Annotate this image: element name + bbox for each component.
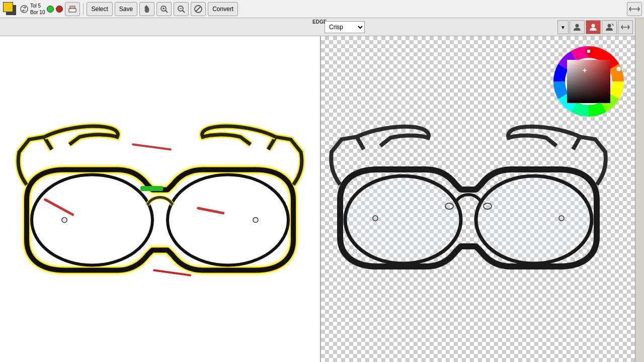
separator1 xyxy=(83,3,84,15)
tol-value: Tol 5 xyxy=(30,3,45,9)
svg-point-42 xyxy=(616,66,621,71)
svg-line-25 xyxy=(133,144,171,149)
svg-point-14 xyxy=(608,24,611,28)
scrollbar[interactable] xyxy=(635,0,644,362)
color-swap-btn[interactable] xyxy=(20,2,29,16)
edge-row: EDGE Crisp Smooth Hard ▼ xyxy=(0,18,635,36)
svg-point-31 xyxy=(373,216,378,221)
edge-select[interactable]: Crisp Smooth Hard xyxy=(325,21,365,33)
convert-button[interactable]: Convert xyxy=(208,2,238,16)
svg-rect-1 xyxy=(69,9,76,12)
svg-point-32 xyxy=(559,216,564,221)
left-canvas[interactable] xyxy=(0,36,320,362)
save-label: Save xyxy=(119,6,133,13)
convert-label: Convert xyxy=(212,6,233,13)
foreground-color-swatch[interactable] xyxy=(3,2,13,12)
svg-line-27 xyxy=(198,208,223,213)
expand-arrows-btn[interactable] xyxy=(627,2,642,16)
person2-btn[interactable] xyxy=(586,20,601,34)
svg-point-29 xyxy=(345,176,461,263)
right-glasses-svg xyxy=(328,112,609,298)
svg-line-26 xyxy=(45,200,73,215)
green-color-btn[interactable] xyxy=(47,6,54,13)
person3-btn[interactable] xyxy=(602,20,617,34)
eraser-btn[interactable] xyxy=(65,2,80,16)
svg-rect-28 xyxy=(140,186,163,191)
save-button[interactable]: Save xyxy=(115,2,137,16)
double-arrows-btn[interactable] xyxy=(618,20,633,34)
bor-value: Bor 10 xyxy=(30,9,45,16)
svg-line-3 xyxy=(166,11,168,13)
color-display: Tol 5 Bor 10 xyxy=(2,1,45,17)
left-strokes-svg xyxy=(0,36,320,362)
tol-bor-display: Tol 5 Bor 10 xyxy=(30,3,45,16)
left-panel xyxy=(0,36,321,362)
svg-point-0 xyxy=(21,6,28,13)
ban-btn[interactable] xyxy=(191,2,206,16)
zoom-out-btn[interactable] xyxy=(174,2,189,16)
right-panel xyxy=(321,36,644,362)
color-wheel-container[interactable] xyxy=(548,41,629,122)
select-button[interactable]: Select xyxy=(87,2,112,16)
svg-point-41 xyxy=(587,49,591,53)
svg-line-7 xyxy=(183,11,185,13)
dropdown-arrow-btn[interactable]: ▼ xyxy=(557,20,569,34)
svg-line-10 xyxy=(196,7,201,12)
svg-point-13 xyxy=(592,24,595,28)
color-wheel-svg xyxy=(548,41,629,122)
person1-btn[interactable] xyxy=(570,20,585,34)
edge-dropdown-area[interactable]: Crisp Smooth Hard xyxy=(325,21,365,33)
svg-point-12 xyxy=(576,24,579,28)
svg-rect-37 xyxy=(567,60,610,103)
zoom-in-btn[interactable] xyxy=(156,2,172,16)
top-right-icons: ▼ xyxy=(557,20,635,34)
select-label: Select xyxy=(91,6,108,13)
svg-point-30 xyxy=(476,176,592,263)
expand-area xyxy=(627,2,642,16)
hand-tool-btn[interactable] xyxy=(139,2,154,16)
red-color-btn[interactable] xyxy=(56,6,63,13)
main-content xyxy=(0,36,644,362)
svg-line-15 xyxy=(612,24,614,26)
toolbar: Tol 5 Bor 10 Select Save xyxy=(0,0,644,18)
